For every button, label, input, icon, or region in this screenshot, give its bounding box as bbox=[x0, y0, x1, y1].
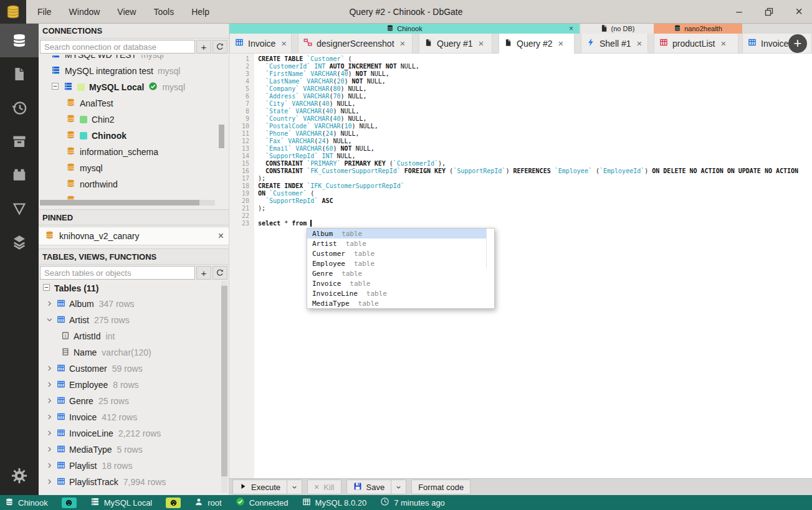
status-mysql-8-0-20[interactable]: MySQL 8.0.20 bbox=[302, 498, 367, 508]
execute-button[interactable]: Execute bbox=[232, 479, 302, 494]
unpin-icon[interactable]: × bbox=[218, 230, 224, 242]
autocomplete-item[interactable]: Genretable bbox=[307, 268, 494, 278]
new-tab-button[interactable]: + bbox=[788, 34, 807, 53]
chevron-right-icon[interactable] bbox=[46, 412, 53, 422]
tables-root-item[interactable]: Tables (11) bbox=[39, 281, 229, 296]
tab-invoice[interactable]: Invoice× bbox=[229, 34, 292, 54]
code-area[interactable]: CREATE TABLE `Customer` ( `CustomerId` I… bbox=[254, 54, 812, 227]
close-tab-icon[interactable]: × bbox=[281, 38, 287, 49]
collapse-expander-icon[interactable] bbox=[42, 283, 50, 293]
sql-editor[interactable]: 1234567891011121314151617181920212223 CR… bbox=[229, 54, 812, 478]
tab-group-nano2health[interactable]: nano2health bbox=[654, 24, 742, 34]
status-root[interactable]: root bbox=[194, 498, 221, 508]
status-connected[interactable]: Connected bbox=[236, 497, 289, 508]
close-tab-icon[interactable]: × bbox=[637, 38, 642, 49]
connection-item[interactable]: Chin2 bbox=[39, 111, 229, 128]
status-theme-chip[interactable] bbox=[166, 498, 181, 508]
table-item[interactable]: Employee8 rows bbox=[39, 377, 229, 393]
collapse-expander-icon[interactable] bbox=[51, 82, 59, 92]
autocomplete-item[interactable]: Invoicetable bbox=[307, 278, 494, 288]
status-mysql-local[interactable]: MySQL Local bbox=[90, 497, 153, 508]
connection-item[interactable]: northwind bbox=[39, 176, 229, 192]
refresh-tables-button[interactable] bbox=[213, 266, 227, 280]
filter-icon[interactable] bbox=[0, 192, 39, 225]
autocomplete-item[interactable]: Customertable bbox=[307, 248, 494, 258]
close-group-icon[interactable]: × bbox=[569, 24, 573, 33]
status-theme-chip[interactable] bbox=[62, 498, 77, 508]
close-tab-icon[interactable]: × bbox=[400, 38, 406, 49]
autocomplete-item[interactable]: InvoiceLinetable bbox=[307, 288, 494, 298]
minimize-button[interactable]: – bbox=[732, 5, 746, 19]
settings-icon[interactable] bbox=[0, 460, 39, 491]
chevron-right-icon[interactable] bbox=[46, 299, 53, 309]
pinned-item[interactable]: knihovna_v2_canary× bbox=[39, 227, 229, 245]
tab-group-chinook[interactable]: Chinook× bbox=[229, 24, 580, 34]
table-item[interactable]: Genre25 rows bbox=[39, 393, 229, 409]
restore-button[interactable] bbox=[762, 5, 776, 19]
connection-item[interactable]: AnalTest bbox=[39, 95, 229, 111]
tables-search-input[interactable] bbox=[40, 266, 195, 280]
chevron-right-icon[interactable] bbox=[46, 364, 53, 374]
autocomplete-item[interactable]: Employeetable bbox=[307, 258, 494, 268]
menu-tools[interactable]: Tools bbox=[153, 7, 174, 17]
column-item[interactable]: 1ArtistIdint bbox=[39, 328, 229, 344]
menu-view[interactable]: View bbox=[117, 7, 136, 17]
menu-help[interactable]: Help bbox=[191, 7, 209, 17]
theme-palette-icon[interactable] bbox=[166, 498, 181, 508]
table-item[interactable]: MediaType5 rows bbox=[39, 442, 229, 458]
tab-query--2[interactable]: Query #2× bbox=[499, 34, 575, 54]
plugins-icon[interactable] bbox=[0, 158, 39, 192]
file-icon[interactable] bbox=[0, 57, 39, 91]
button-main[interactable]: Save bbox=[347, 480, 391, 494]
chevron-right-icon[interactable] bbox=[46, 477, 53, 487]
connection-item[interactable]: information_schema bbox=[39, 144, 229, 160]
history-icon[interactable] bbox=[0, 91, 39, 125]
close-tab-icon[interactable]: × bbox=[720, 38, 726, 49]
chevron-down-icon[interactable] bbox=[391, 480, 406, 494]
button-main[interactable]: Execute bbox=[233, 480, 287, 494]
theme-palette-icon[interactable] bbox=[62, 498, 77, 508]
connection-item[interactable]: MYSQL WD TESTmysql bbox=[39, 55, 229, 63]
close-tab-icon[interactable]: × bbox=[479, 38, 484, 49]
chevron-down-icon[interactable] bbox=[46, 315, 53, 325]
add-connection-button[interactable]: + bbox=[196, 40, 211, 54]
tab-query--1[interactable]: Query #1× bbox=[419, 34, 492, 54]
connection-item[interactable]: MySQL integration testmysql bbox=[39, 63, 229, 79]
menu-window[interactable]: Window bbox=[69, 7, 100, 17]
tab-designerscreenshot[interactable]: designerScreenshot× bbox=[298, 34, 413, 54]
autocomplete-item[interactable]: MediaTypetable bbox=[307, 298, 494, 308]
archive-icon[interactable] bbox=[0, 125, 39, 158]
chevron-right-icon[interactable] bbox=[46, 445, 53, 455]
connection-item[interactable]: mysql bbox=[39, 160, 229, 176]
button-main[interactable]: Format code bbox=[412, 480, 470, 494]
chevron-down-icon[interactable] bbox=[287, 480, 302, 494]
tab-shell--1[interactable]: Shell #1× bbox=[581, 34, 648, 54]
table-item[interactable]: Artist275 rows bbox=[39, 312, 229, 328]
database-icon[interactable] bbox=[0, 24, 39, 57]
menu-file[interactable]: File bbox=[37, 7, 52, 17]
layers-icon[interactable] bbox=[0, 225, 39, 259]
close-tab-icon[interactable]: × bbox=[558, 38, 564, 49]
format-code-button[interactable]: Format code bbox=[411, 479, 470, 494]
autocomplete-item[interactable]: Albumtable bbox=[307, 229, 494, 238]
chevron-right-icon[interactable] bbox=[46, 461, 53, 471]
column-item[interactable]: Namevarchar(120) bbox=[39, 344, 229, 361]
table-item[interactable]: Playlist18 rows bbox=[39, 458, 229, 474]
table-item[interactable]: InvoiceLine2,212 rows bbox=[39, 425, 229, 442]
connections-search-input[interactable] bbox=[40, 40, 195, 54]
tab-productlist[interactable]: productList× bbox=[654, 34, 738, 54]
refresh-connections-button[interactable] bbox=[213, 40, 227, 54]
status-7-minutes-ago[interactable]: 7 minutes ago bbox=[380, 497, 445, 508]
table-item[interactable]: Customer59 rows bbox=[39, 361, 229, 377]
table-item[interactable]: Album347 rows bbox=[39, 296, 229, 312]
tab-group--no-db-[interactable]: (no DB) bbox=[581, 24, 654, 34]
close-button[interactable]: × bbox=[792, 5, 806, 19]
table-item[interactable]: Invoice412 rows bbox=[39, 409, 229, 425]
connection-item[interactable]: MySQL Localmysql bbox=[39, 79, 229, 95]
add-table-button[interactable]: + bbox=[196, 266, 211, 280]
connections-horizontal-scrollbar[interactable] bbox=[40, 200, 215, 205]
table-item[interactable]: PlaylistTrack7,994 rows bbox=[39, 474, 229, 490]
chevron-right-icon[interactable] bbox=[46, 380, 53, 390]
tables-vertical-scrollbar[interactable] bbox=[221, 286, 227, 476]
chevron-right-icon[interactable] bbox=[46, 396, 53, 406]
